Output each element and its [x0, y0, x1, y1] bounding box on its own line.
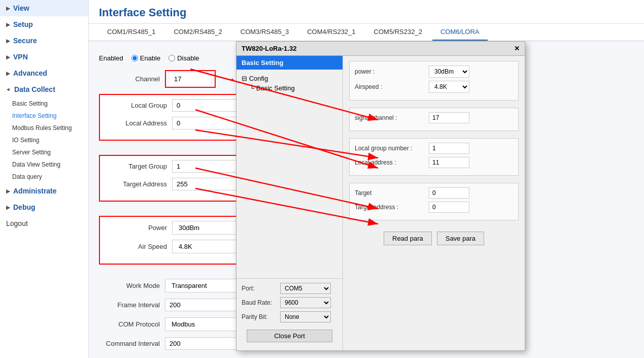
sidebar-label-server-setting: Server Setting: [12, 149, 51, 156]
com-protocol-label: COM Protocol: [99, 320, 160, 328]
popup-airspeed-label: Airspeed :: [355, 83, 426, 90]
popup-local-group-number-row: Local group number :: [355, 143, 513, 154]
popup-target-group: Target Target address :: [349, 183, 519, 220]
sidebar-item-datacollect[interactable]: ▼ Data Collect: [0, 81, 88, 97]
arrow-icon: ▶: [6, 6, 10, 11]
sidebar-subitem-basic-setting[interactable]: Basic Setting: [0, 97, 88, 110]
sidebar-subitem-server-setting[interactable]: Server Setting: [0, 146, 88, 158]
parity-bit-select[interactable]: None Even: [280, 311, 331, 322]
disable-radio-label[interactable]: Disable: [168, 54, 199, 62]
popup-close-x[interactable]: ✕: [514, 45, 520, 52]
port-label: Port:: [242, 285, 277, 292]
popup-signal-channel-row: signal channel :: [355, 112, 513, 123]
sidebar-subitem-data-query[interactable]: Data query: [0, 171, 88, 183]
arrow-icon: ▶: [6, 71, 10, 76]
sidebar-label-data-query: Data query: [12, 173, 42, 180]
sidebar-item-setup[interactable]: ▶ Setup: [0, 16, 88, 32]
popup-airspeed-row: Airspeed : 4.8K 9.6K: [355, 81, 513, 93]
sidebar-item-debug[interactable]: ▶ Debug: [0, 199, 88, 215]
baud-rate-select[interactable]: 9600 115200: [280, 297, 331, 308]
tabs-bar: COM1/RS485_1 COM2/RS485_2 COM3/RS485_3 C…: [89, 24, 644, 41]
sidebar-subitem-io-setting[interactable]: IO Setting: [0, 134, 88, 146]
popup-signal-channel-label: signal channel :: [355, 114, 426, 121]
tab-com2[interactable]: COM2/RS485_2: [165, 24, 230, 41]
sidebar-item-view[interactable]: ▶ View: [0, 0, 88, 16]
sidebar-label-datacollect: Data Collect: [14, 85, 55, 93]
power-label: Power: [106, 224, 167, 232]
baud-rate-row: Baud Rate: 9600 115200: [242, 297, 337, 308]
close-port-button[interactable]: Close Port: [247, 330, 332, 342]
popup-target-address-row: Target address :: [355, 202, 513, 213]
popup-local-group: Local group number : Local address :: [349, 138, 519, 176]
parity-bit-row: Parity Bit: None Even: [242, 311, 337, 322]
sidebar-item-vpn[interactable]: ▶ VPN: [0, 49, 88, 65]
channel-input[interactable]: [170, 73, 211, 85]
arrow-icon: ▶: [6, 22, 10, 27]
popup-power-select[interactable]: 30dBm 27dBm: [429, 66, 469, 78]
arrow-icon: ▶: [6, 38, 10, 44]
popup-target-address-input[interactable]: [429, 202, 469, 213]
page-title: Interface Setting: [99, 6, 186, 19]
tree-config[interactable]: ⊟ Config: [242, 74, 337, 83]
page-header: Interface Setting: [89, 0, 644, 24]
sidebar: ▶ View ▶ Setup ▶ Secure ▶ VPN ▶ Advanced…: [0, 0, 89, 358]
sidebar-subitem-data-view[interactable]: Data View Setting: [0, 158, 88, 171]
arrow-open-icon: ▼: [6, 87, 11, 92]
channel-label: Channel: [99, 75, 160, 83]
sidebar-logout[interactable]: Logout: [0, 215, 88, 232]
disable-radio[interactable]: [168, 55, 175, 61]
disable-option-text: Disable: [177, 54, 199, 62]
local-address-label: Local Address: [106, 119, 167, 127]
sidebar-subitem-modbus-rules[interactable]: Modbus Rules Setting: [0, 122, 88, 134]
popup-target-input[interactable]: [429, 187, 469, 199]
arrow-icon: ▶: [6, 54, 10, 60]
popup-target-row: Target: [355, 187, 513, 199]
popup-target-label: Target: [355, 189, 426, 197]
save-para-button[interactable]: Save para: [437, 232, 484, 245]
popup-title: TW820-LoRa-1.32: [242, 45, 296, 52]
popup-power-group: power : 30dBm 27dBm Airspeed : 4.8K 9.6K: [349, 61, 519, 101]
sidebar-subitem-interface-setting[interactable]: Interface Setting: [0, 110, 88, 122]
arrow-right-icon: →: [225, 73, 236, 86]
popup-local-group-number-input[interactable]: [429, 143, 469, 154]
popup-right: power : 30dBm 27dBm Airspeed : 4.8K 9.6K: [343, 56, 525, 350]
popup-left: Basic Setting ⊟ Config └ Basic Setting P…: [236, 56, 343, 350]
local-group-label: Local Group: [106, 102, 167, 109]
popup-local-address-input[interactable]: [429, 157, 469, 168]
tab-com3[interactable]: COM3/RS485_3: [232, 24, 297, 41]
popup-title-bar: TW820-LoRa-1.32 ✕: [236, 42, 525, 56]
enable-radio[interactable]: [131, 55, 138, 61]
sidebar-item-advanced[interactable]: ▶ Advanced: [0, 65, 88, 81]
sidebar-item-secure[interactable]: ▶ Secure: [0, 32, 88, 49]
enable-radio-label[interactable]: Enable: [131, 54, 160, 62]
sidebar-label-advanced: Advanced: [13, 69, 47, 77]
tab-com5[interactable]: COM5/RS232_2: [366, 24, 430, 41]
sidebar-item-administrate[interactable]: ▶ Administrate: [0, 183, 88, 199]
enable-option-text: Enable: [140, 54, 160, 62]
popup-airspeed-select[interactable]: 4.8K 9.6K: [429, 81, 469, 93]
popup-local-group-number-label: Local group number :: [355, 145, 426, 152]
tree-config-label: Config: [249, 75, 268, 82]
popup-local-address-row: Local address :: [355, 157, 513, 168]
port-select[interactable]: COM5 COM1 COM2: [280, 283, 331, 294]
sidebar-label-setup: Setup: [13, 20, 33, 28]
sidebar-label-basic-setting: Basic Setting: [12, 100, 48, 107]
tab-com6[interactable]: COM6/LORA: [432, 24, 488, 41]
popup-signal-group: signal channel :: [349, 108, 519, 131]
tab-com1[interactable]: COM1/RS485_1: [99, 24, 163, 41]
popup-body: Basic Setting ⊟ Config └ Basic Setting P…: [236, 56, 525, 350]
popup-bottom: Port: COM5 COM1 COM2 Baud Rate: 9600: [236, 278, 343, 350]
tab-com4[interactable]: COM4/RS232_1: [299, 24, 363, 41]
tree-basic-setting[interactable]: └ Basic Setting: [242, 83, 337, 92]
sidebar-label-modbus-rules: Modbus Rules Setting: [12, 124, 72, 132]
main-area: Interface Setting COM1/RS485_1 COM2/RS48…: [89, 0, 644, 358]
channel-box: [165, 70, 216, 88]
workmode-label: Work Mode: [99, 282, 160, 289]
target-address-label: Target Address: [106, 180, 167, 188]
read-para-label: Read para: [392, 235, 423, 242]
popup-signal-channel-input[interactable]: [429, 112, 469, 123]
tree-basic-setting-label: Basic Setting: [256, 84, 295, 92]
frame-interval-label: Frame Interval: [99, 301, 160, 309]
read-para-button[interactable]: Read para: [384, 232, 432, 245]
close-port-label: Close Port: [274, 332, 305, 340]
